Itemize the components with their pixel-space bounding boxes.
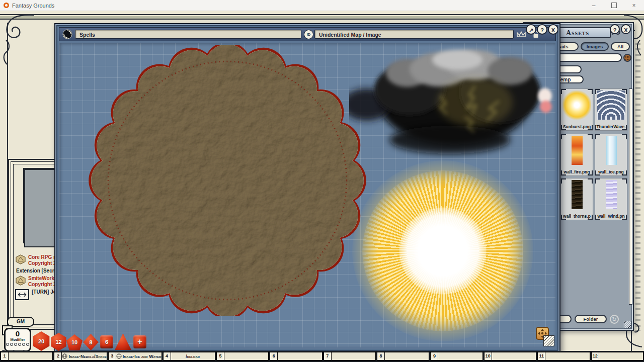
thunderwave-thumbnail — [597, 90, 625, 120]
hotkey-slot-9[interactable]: 9 — [430, 352, 482, 360]
radial-menu-icon[interactable] — [62, 29, 72, 39]
asset-card[interactable]: wall_fire.png — [560, 134, 593, 176]
modifier-box[interactable]: 0 Modifier — [4, 328, 31, 352]
turn-marker-icon — [15, 289, 29, 300]
d20-die[interactable]: 20 — [32, 331, 51, 351]
tab-all[interactable]: All — [611, 42, 630, 51]
fantasy-grounds-logo-icon — [4, 3, 9, 8]
crown-icon[interactable] — [516, 31, 526, 38]
wall-ice-thumbnail — [606, 136, 617, 165]
window-close-icon[interactable]: X — [621, 24, 631, 34]
assets-scrollbar[interactable] — [629, 88, 632, 305]
asset-card[interactable]: Sunburst.png — [560, 88, 593, 131]
hotkey-slot-6[interactable]: 6 — [270, 352, 322, 360]
hotkey-slot-2[interactable]: 2 Image-Nebula/Space — [54, 352, 107, 360]
hotkey-slot-3[interactable]: 3 Image-Ice and Water — [108, 352, 162, 360]
wall-thorns-thumbnail — [572, 180, 583, 209]
refresh-icon[interactable]: ↻ — [610, 315, 619, 324]
asset-card[interactable]: wall_thorns.p — [560, 178, 593, 220]
hotkey-slot-8[interactable]: 8 — [377, 352, 429, 360]
maximize-icon[interactable] — [604, 0, 624, 11]
fantasy-grounds-app: Fantasy Grounds – × Core RPG ruleCopyrig — [0, 0, 644, 362]
asset-card[interactable]: ThunderWave. — [595, 88, 627, 131]
d20-chat-icon — [15, 276, 26, 286]
hotkey-bar: 1 2 Image-Nebula/Space 3 Image-Ice and W… — [0, 351, 644, 362]
d6-die[interactable]: 6 — [100, 335, 113, 348]
sunburst-template[interactable] — [352, 160, 533, 341]
grid-view-icon[interactable] — [623, 54, 631, 62]
hotkey-slot-10[interactable]: 10 — [484, 352, 536, 360]
hotkey-slot-11[interactable]: 11 — [537, 352, 590, 360]
hotkey-slot-4[interactable]: 4/reload — [163, 352, 215, 360]
hotkey-slot-7[interactable]: 7 — [324, 352, 376, 360]
sunburst-thumbnail — [562, 90, 591, 120]
image-window: Spells ID Unidentified Map / Image ↗ ? X — [54, 23, 560, 353]
wall-fire-thumbnail — [572, 136, 583, 165]
globe-icon — [62, 353, 67, 359]
d20-chat-icon — [15, 254, 26, 264]
resize-grip-icon[interactable] — [543, 335, 554, 346]
map-canvas[interactable] — [59, 43, 555, 347]
window-title: Fantasy Grounds — [12, 3, 54, 9]
popout-icon[interactable]: ↗ — [526, 24, 536, 35]
help-icon[interactable]: ? — [610, 24, 620, 34]
stone-circle-template[interactable] — [75, 45, 380, 316]
hotkey-slot-5[interactable]: 5 — [216, 352, 269, 360]
image-window-titlebar[interactable]: Spells ID Unidentified Map / Image — [59, 27, 556, 41]
id-badge-icon: ID — [304, 30, 313, 39]
desktop-left-ornament — [0, 23, 8, 351]
help-icon[interactable]: ? — [537, 24, 547, 35]
add-die-button[interactable]: + — [133, 335, 146, 348]
tab-images[interactable]: Images — [581, 42, 609, 51]
asset-card[interactable]: wall_ice.png — [595, 134, 627, 176]
window-close-icon[interactable]: X — [548, 24, 558, 35]
wall-wind-thumbnail — [606, 180, 617, 209]
os-titlebar: Fantasy Grounds – × — [0, 0, 644, 11]
desktop-top-ornament — [0, 11, 644, 23]
globe-icon — [116, 353, 122, 359]
storm-cloud-template[interactable] — [349, 43, 550, 161]
folder-button[interactable]: Folder — [575, 315, 607, 323]
corner-flourish-icon — [1, 12, 36, 67]
modifier-label: Modifier — [6, 338, 30, 342]
hotkey-slot-1[interactable]: 1 — [1, 352, 53, 360]
asset-card[interactable]: wall_Wind.pn — [595, 178, 627, 220]
modifier-value: 0 — [6, 329, 30, 338]
module-name-field[interactable]: Spells — [75, 30, 301, 39]
image-name-field[interactable]: Unidentified Map / Image — [314, 30, 514, 39]
partial-image-fragment — [535, 85, 554, 121]
modifier-dots — [6, 343, 30, 346]
minimize-icon[interactable]: – — [584, 0, 604, 11]
close-icon[interactable]: × — [624, 0, 644, 11]
hotkey-slot-12[interactable]: 12 — [591, 352, 643, 360]
resize-grip-icon[interactable] — [624, 321, 631, 328]
